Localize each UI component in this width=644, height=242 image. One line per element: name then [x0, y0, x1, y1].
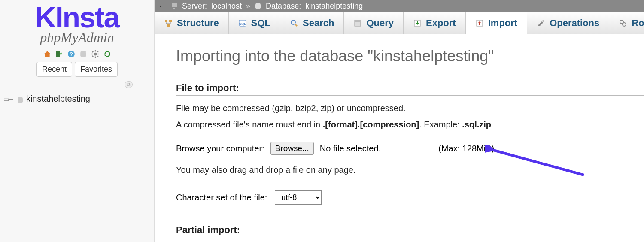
name-line: A compressed file's name must end in .[f… — [176, 118, 644, 131]
svg-line-23 — [295, 24, 297, 26]
compress-line: File may be compressed (gzip, bzip2, zip… — [176, 102, 644, 115]
page-title: Importing into the database "kinstahelpt… — [176, 47, 644, 65]
svg-text:?: ? — [70, 51, 73, 57]
svg-rect-19 — [167, 24, 170, 27]
export-icon — [413, 19, 422, 27]
link-icon[interactable]: ⧉ — [125, 81, 133, 88]
logo-product: phpMyAdmin — [9, 30, 146, 45]
tab-label: SQL — [251, 18, 270, 29]
charset-select[interactable]: utf-8 — [275, 190, 322, 205]
search-icon — [290, 19, 298, 27]
svg-point-4 — [94, 53, 97, 56]
tab-label: Routines — [632, 18, 644, 29]
tab-label: Import — [488, 18, 517, 29]
query-icon — [353, 19, 362, 27]
logo: KInsta phpMyAdmin — [9, 4, 146, 45]
tab-label: Query — [366, 18, 394, 29]
svg-rect-7 — [91, 54, 93, 54]
back-arrow-icon[interactable]: ← — [158, 2, 166, 11]
favorites-button[interactable]: Favorites — [75, 62, 118, 77]
tab-routines[interactable]: Routines — [609, 12, 644, 34]
sql-icon: SQL — [238, 19, 247, 27]
svg-rect-11 — [91, 55, 93, 57]
no-file-text: No file selected. — [320, 144, 381, 154]
name-line-b: .[format].[compression] — [323, 120, 419, 129]
svg-point-3 — [80, 51, 86, 53]
home-icon[interactable] — [43, 50, 52, 58]
svg-rect-0 — [56, 51, 60, 57]
content: Importing into the database "kinstahelpt… — [155, 34, 644, 236]
db-tree-item[interactable]: ▭─ kinstahelptesting — [3, 94, 154, 104]
routines-icon — [619, 19, 627, 27]
svg-rect-12 — [97, 55, 99, 57]
svg-rect-8 — [97, 54, 99, 54]
name-line-d: .sql.zip — [462, 120, 491, 129]
tab-query[interactable]: Query — [344, 12, 404, 34]
svg-rect-10 — [97, 51, 99, 53]
db-icon[interactable] — [79, 50, 88, 58]
name-line-a: A compressed file's name must end in — [176, 120, 323, 129]
logo-brand: KInsta — [9, 4, 146, 30]
svg-rect-6 — [94, 57, 95, 58]
tab-structure[interactable]: Structure — [155, 12, 229, 34]
reload-icon[interactable] — [103, 50, 112, 58]
svg-rect-28 — [542, 20, 544, 22]
breadcrumb-server-value[interactable]: localhost — [211, 2, 242, 11]
sidebar-toolbar: ? — [43, 50, 112, 58]
file-section-body: File may be compressed (gzip, bzip2, zip… — [176, 102, 644, 236]
server-icon — [171, 3, 178, 9]
breadcrumb: ← Server: localhost » Database: kinstahe… — [155, 0, 644, 12]
svg-rect-17 — [165, 20, 167, 22]
breadcrumb-sep: » — [246, 2, 250, 11]
tab-label: Structure — [177, 18, 219, 29]
svg-rect-25 — [355, 20, 361, 22]
tree-toggle-icon[interactable]: ▭─ — [3, 96, 13, 103]
tab-import[interactable]: Import — [466, 12, 527, 34]
max-size-note: (Max: 128MiB) — [438, 144, 494, 154]
breadcrumb-server-label: Server: — [182, 2, 207, 11]
dragdrop-line: You may also drag and drop a file on any… — [176, 163, 644, 176]
svg-rect-9 — [91, 51, 93, 53]
db-tree: ▭─ kinstahelptesting — [0, 94, 154, 104]
svg-text:SQL: SQL — [239, 22, 246, 26]
svg-rect-18 — [169, 20, 172, 22]
tab-label: Search — [303, 18, 334, 29]
breadcrumb-db-label: Database: — [266, 2, 301, 11]
tab-bar: Structure SQL SQL Search Query Export Im… — [155, 12, 644, 34]
main: ← Server: localhost » Database: kinstahe… — [155, 0, 644, 242]
help-icon[interactable]: ? — [67, 50, 76, 58]
svg-point-22 — [291, 20, 295, 24]
browse-label: Browse your computer: — [176, 144, 264, 154]
tab-operations[interactable]: Operations — [527, 12, 609, 34]
svg-point-13 — [18, 97, 23, 99]
partial-import-head: Partial import: — [176, 224, 644, 236]
breadcrumb-db-value[interactable]: kinstahelptesting — [305, 2, 363, 11]
tab-label: Export — [426, 18, 456, 29]
tab-export[interactable]: Export — [404, 12, 466, 34]
exit-icon[interactable] — [55, 50, 64, 58]
tab-search[interactable]: Search — [280, 12, 344, 34]
sidebar-link-row: ⧉ — [0, 81, 154, 88]
sidebar-lists: Recent Favorites — [36, 62, 118, 77]
file-section-head: File to import: — [176, 82, 644, 96]
database-icon — [255, 3, 261, 9]
recent-button[interactable]: Recent — [36, 62, 72, 77]
charset-row: Character set of the file: utf-8 — [176, 190, 644, 205]
import-icon — [475, 19, 484, 27]
name-line-c: . Example: — [419, 120, 462, 129]
settings-icon[interactable] — [91, 50, 100, 58]
svg-rect-5 — [94, 50, 95, 51]
browse-button[interactable]: Browse... — [270, 142, 314, 155]
svg-point-16 — [255, 3, 261, 5]
tab-sql[interactable]: SQL SQL — [229, 12, 280, 34]
charset-label: Character set of the file: — [176, 193, 267, 203]
structure-icon — [164, 19, 173, 27]
browse-row: Browse your computer: Browse... No file … — [176, 142, 644, 155]
tab-label: Operations — [550, 18, 599, 29]
operations-icon — [537, 19, 545, 27]
database-icon — [17, 96, 24, 103]
svg-rect-14 — [172, 3, 177, 7]
svg-point-30 — [623, 23, 626, 26]
svg-rect-15 — [173, 8, 175, 9]
sidebar: KInsta phpMyAdmin ? Recent Favorites ⧉ ▭… — [0, 0, 155, 242]
